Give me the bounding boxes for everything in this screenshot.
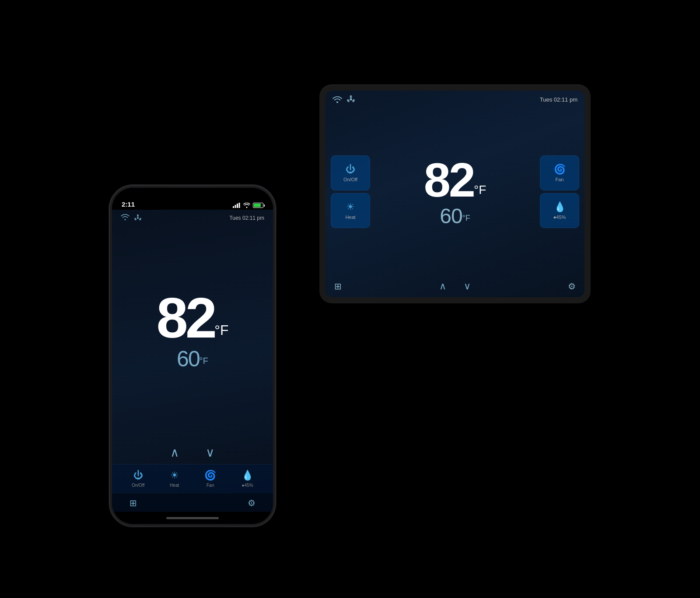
svg-point-9: [137, 215, 139, 217]
battery-icon: [253, 203, 263, 208]
thermostat-temp-down-button[interactable]: ∨: [464, 281, 471, 292]
phone-fan-label: Fan: [206, 483, 214, 488]
heat-icon: ☀: [346, 201, 355, 213]
thermostat-main-temp: 82°F: [424, 156, 486, 204]
phone-nav-bar: ⊞ ⚙: [112, 493, 273, 512]
phone-heat-icon: ☀: [170, 470, 179, 481]
fan-icon-thermostat: [346, 95, 355, 104]
phone-settings-button[interactable]: ⚙: [248, 498, 256, 508]
phone-temp-area: 82°F 60°F: [112, 225, 273, 441]
phone-screen-datetime: Tues 02:11 pm: [229, 215, 264, 221]
thermostat-settings-button[interactable]: ⚙: [568, 281, 576, 292]
thermostat-setpoint-value: 60: [440, 204, 462, 228]
thermostat-screen: Tues 02:11 pm ⏻ On/Off ☀ Heat: [326, 91, 584, 297]
thermostat-humidity-label: ●45%: [553, 215, 566, 220]
phone-home-indicator: [112, 512, 273, 524]
svg-point-8: [137, 217, 139, 219]
power-icon: ⏻: [346, 164, 355, 175]
thermostat-left-controls: ⏻ On/Off ☀ Heat: [331, 155, 370, 228]
svg-point-11: [134, 218, 136, 221]
phone-power-icon: ⏻: [133, 470, 143, 481]
thermostat-fan-button[interactable]: 🌀 Fan: [540, 155, 579, 190]
phone-humidity-button[interactable]: 💧 ●45%: [242, 470, 253, 488]
thermostat-setpoint-unit: °F: [462, 213, 470, 222]
phone-screen-status-icons: [121, 214, 142, 222]
svg-point-1: [350, 95, 352, 98]
phone-screen: Tues 02:11 pm 82°F 60°F ∧ ∨: [112, 210, 273, 512]
thermostat-temp-value: 82: [424, 153, 474, 207]
svg-rect-5: [235, 205, 236, 208]
thermostat-temp-up-button[interactable]: ∧: [439, 281, 446, 292]
phone-setpoint-unit: °F: [200, 356, 208, 366]
thermostat-main-area: ⏻ On/Off ☀ Heat 82°F 60°F: [326, 106, 584, 277]
home-bar: [166, 517, 219, 519]
phone-main-temp: 82°F: [157, 289, 229, 346]
phone-temp-down-button[interactable]: ∨: [206, 445, 215, 460]
fan-icon: 🌀: [554, 164, 566, 175]
thermostat-status-icons: [332, 95, 355, 104]
wifi-screen-icon: [121, 214, 130, 221]
thermostat-right-controls: 🌀 Fan 💧 ●45%: [540, 155, 579, 228]
svg-rect-7: [239, 203, 240, 208]
phone-screen-header: Tues 02:11 pm: [112, 210, 273, 225]
thermostat-set-temp: 60°F: [440, 204, 470, 228]
thermostat-grid-button[interactable]: ⊞: [334, 281, 342, 292]
signal-icon: [233, 203, 241, 208]
phone-grid-button[interactable]: ⊞: [130, 498, 137, 508]
phone-fan-button[interactable]: 🌀 Fan: [204, 470, 216, 488]
svg-point-0: [350, 98, 352, 101]
phone-heat-label: Heat: [170, 483, 179, 488]
phone-set-temp: 60°F: [177, 346, 208, 372]
phone-time: 2:11: [122, 201, 135, 208]
fan-screen-icon: [134, 214, 142, 222]
svg-rect-4: [233, 206, 234, 208]
phone-device: 2:11: [109, 185, 276, 527]
thermostat-fan-label: Fan: [556, 177, 564, 182]
humidity-icon: 💧: [554, 201, 566, 213]
phone-fan-icon: 🌀: [204, 470, 216, 481]
phone-status-right: [233, 203, 263, 208]
svg-point-10: [139, 218, 141, 221]
phone-temp-up-button[interactable]: ∧: [170, 445, 179, 460]
phone-heat-button[interactable]: ☀ Heat: [170, 470, 179, 488]
phone-mode-controls: ⏻ On/Off ☀ Heat 🌀 Fan 💧 ●45%: [112, 464, 273, 493]
phone-onoff-label: On/Off: [132, 483, 144, 488]
phone-temp-unit: °F: [214, 322, 228, 338]
battery-fill: [254, 204, 261, 207]
phone-inner: 2:11: [112, 188, 273, 524]
thermostat-center-display: 82°F 60°F: [374, 156, 536, 228]
phone-humidity-icon: 💧: [242, 470, 253, 481]
svg-point-3: [346, 99, 350, 103]
thermostat-temp-unit: °F: [474, 183, 486, 196]
phone-setpoint-value: 60: [177, 347, 200, 371]
thermostat-datetime: Tues 02:11 pm: [540, 96, 578, 103]
phone-temp-controls: ∧ ∨: [112, 441, 273, 464]
phone-status-bar: 2:11: [112, 188, 273, 210]
thermostat-onoff-button[interactable]: ⏻ On/Off: [331, 155, 370, 190]
svg-point-2: [352, 99, 355, 103]
wifi-icon: [332, 96, 342, 103]
scene: Tues 02:11 pm ⏻ On/Off ☀ Heat: [109, 58, 591, 540]
thermostat-header: Tues 02:11 pm: [326, 91, 584, 106]
thermostat-heat-button[interactable]: ☀ Heat: [331, 193, 370, 228]
thermostat-device: Tues 02:11 pm ⏻ On/Off ☀ Heat: [319, 84, 591, 303]
thermostat-heat-label: Heat: [345, 215, 355, 220]
phone-onoff-button[interactable]: ⏻ On/Off: [132, 470, 144, 488]
phone-temp-value: 82: [157, 286, 215, 350]
thermostat-humidity-button[interactable]: 💧 ●45%: [540, 193, 579, 228]
thermostat-footer: ⊞ ∧ ∨ ⚙: [326, 277, 584, 297]
thermostat-temp-controls: ∧ ∨: [439, 281, 471, 292]
thermostat-onoff-label: On/Off: [343, 177, 357, 182]
phone-humidity-label: ●45%: [242, 483, 253, 488]
wifi-status-icon: [243, 203, 250, 208]
svg-rect-6: [237, 204, 238, 208]
